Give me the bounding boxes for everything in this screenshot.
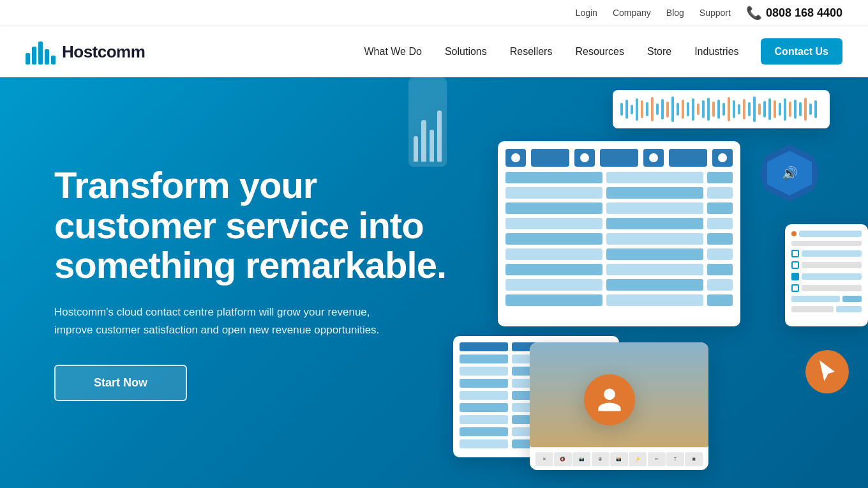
table-cell (707, 202, 733, 214)
contact-us-button[interactable]: Contact Us (761, 38, 842, 65)
main-table-card (498, 141, 740, 326)
table-cell (460, 367, 508, 376)
table-cell (606, 279, 703, 291)
chat-line (842, 296, 862, 302)
table-header-cell (531, 149, 569, 167)
chat-line (799, 231, 862, 237)
wave-bar (671, 96, 674, 122)
table-cell (606, 264, 703, 275)
cursor-icon (816, 360, 839, 383)
logo[interactable]: Hostcomm (26, 39, 145, 65)
table-cell (505, 187, 602, 199)
wave-bar (768, 98, 771, 120)
table-cell (460, 403, 508, 412)
shield-inner: 🔊 (767, 151, 812, 195)
wave-bar (625, 100, 628, 119)
chat-row (791, 261, 862, 269)
table-cell (460, 439, 508, 448)
wave-bar-orange (758, 103, 761, 115)
wave-bar (646, 102, 648, 116)
table-cell (707, 248, 733, 260)
chat-checkbox (791, 273, 799, 280)
nav-resellers[interactable]: Resellers (501, 41, 562, 62)
table-cell (707, 172, 733, 183)
wave-bar (814, 100, 817, 118)
table-cell (460, 415, 508, 424)
table-row (505, 202, 733, 214)
table-cell (505, 294, 602, 306)
table-row (505, 218, 733, 229)
blog-link[interactable]: Blog (666, 8, 684, 18)
wave-bar (763, 101, 766, 118)
login-link[interactable]: Login (576, 8, 597, 18)
table-icon (649, 153, 658, 162)
table-row (505, 294, 733, 306)
hero-content: Transform your customer service into som… (54, 165, 463, 401)
table-row (505, 187, 733, 199)
company-link[interactable]: Company (613, 8, 651, 18)
logo-icon (26, 39, 56, 65)
phone-toolbar: ✕ 🔇 📷 🖥 📸 ⚡ ✏ T ⏹ (530, 447, 708, 470)
bar-chart (408, 77, 447, 167)
wave-bar-orange (666, 102, 669, 118)
chat-row (791, 241, 862, 246)
table-row (505, 264, 733, 275)
table-cell (460, 379, 508, 388)
wave-bar-orange (697, 103, 700, 115)
nav-what-we-do[interactable]: What We Do (355, 41, 431, 62)
chat-row (791, 273, 862, 280)
table-cell (606, 233, 703, 245)
wave-bar (748, 102, 751, 116)
table-cell (707, 187, 733, 199)
hero-visual: 🔊 (408, 77, 868, 488)
table-cell (707, 294, 733, 306)
waveform-card (613, 90, 830, 128)
bar-chart-bar (421, 120, 426, 162)
navbar: Hostcomm What We Do Solutions Resellers … (0, 26, 868, 77)
support-link[interactable]: Support (700, 8, 731, 18)
table-header-cell (600, 149, 638, 167)
nav-industries[interactable]: Industries (685, 41, 747, 62)
table-cell (606, 187, 703, 199)
hero-section: Transform your customer service into som… (0, 77, 868, 488)
wave-bar-orange (743, 99, 745, 119)
share-btn: 🖥 (592, 452, 610, 466)
table-cell (707, 279, 733, 291)
table-cell (505, 172, 602, 183)
chat-line (791, 241, 862, 246)
hero-title: Transform your customer service into som… (54, 165, 463, 286)
table-icon (511, 153, 520, 162)
wave-bar (677, 103, 679, 116)
start-now-button[interactable]: Start Now (54, 365, 187, 401)
wave-bar (784, 98, 786, 121)
person-badge (584, 374, 635, 425)
table-header-icon-2 (574, 149, 595, 167)
wave-bar (779, 103, 781, 116)
table-header-cell (669, 149, 707, 167)
hero-subtitle: Hostcomm's cloud contact centre platform… (54, 303, 399, 339)
sound-wave-icon: 🔊 (782, 165, 798, 181)
top-bar: Login Company Blog Support 📞 0808 168 44… (0, 0, 868, 26)
wave-bar-orange (728, 97, 730, 121)
photo-btn: 📸 (610, 452, 628, 466)
phone-icon: 📞 (746, 5, 762, 20)
nav-store[interactable]: Store (638, 41, 680, 62)
wave-bar (687, 102, 689, 116)
logo-bar-3 (38, 42, 43, 65)
wave-bar (722, 103, 725, 116)
bar-chart-bar (437, 111, 442, 162)
table-row (505, 233, 733, 245)
table-header-icon-4 (712, 149, 733, 167)
chat-checkbox (791, 284, 799, 292)
nav-links: What We Do Solutions Resellers Resources… (355, 46, 842, 57)
flash-btn: ⚡ (629, 452, 647, 466)
wave-bar (631, 105, 633, 114)
nav-resources[interactable]: Resources (566, 41, 632, 62)
extract-btn: T (666, 452, 684, 466)
wave-bar-orange (641, 100, 643, 118)
chat-line (802, 273, 862, 280)
wave-bar (636, 98, 638, 121)
nav-solutions[interactable]: Solutions (436, 41, 496, 62)
wave-bar (661, 99, 664, 119)
chat-bubble-card (785, 224, 868, 326)
